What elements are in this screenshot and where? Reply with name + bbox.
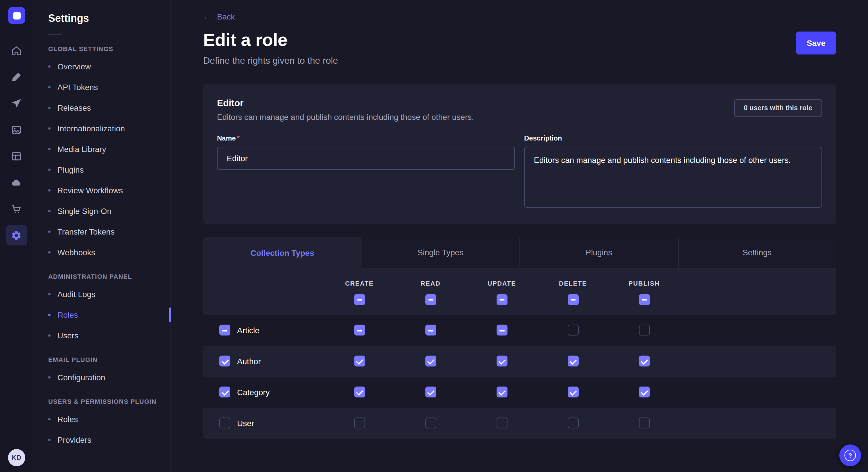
checkbox-article-read[interactable] [425,325,436,336]
section-label-administration-panel: ADMINISTRATION PANEL [48,273,157,280]
sidebar-item-single-sign-on[interactable]: Single Sign-On [48,201,157,222]
media-library-icon[interactable] [6,119,27,140]
sidebar-title: Settings [48,12,157,25]
sidebar-item-review-workflows[interactable]: Review Workflows [48,180,157,201]
permission-cell [324,325,395,336]
column-label: PUBLISH [628,279,660,286]
bullet-icon [48,189,51,192]
home-icon[interactable] [6,40,27,61]
sidebar-item-api-tokens[interactable]: API Tokens [48,77,157,98]
checkbox-user-delete[interactable] [567,417,578,429]
role-name-heading: Editor [217,98,822,108]
checkbox-author-update[interactable] [496,356,507,367]
checkbox-row-article[interactable] [219,325,230,336]
sidebar-divider [48,34,62,35]
checkbox-row-user[interactable] [219,417,230,429]
permission-cell [395,325,466,336]
header-spacer [203,279,324,305]
sidebar-item-label: Internationalization [57,124,125,133]
sidebar-sections: GLOBAL SETTINGSOverviewAPI TokensRelease… [48,45,157,450]
sidebar-item-users[interactable]: Users [48,325,157,346]
row-head: Category [203,386,324,398]
checkbox-article-publish[interactable] [639,325,650,336]
sidebar-item-label: Overview [57,62,91,71]
sidebar-item-label: Roles [57,310,78,319]
checkbox-author-delete[interactable] [567,356,578,367]
permission-cell [466,356,537,367]
description-label-text: Description [524,134,562,142]
checkbox-all-delete[interactable] [567,294,578,305]
settings-icon[interactable] [6,225,27,245]
checkbox-article-create[interactable] [354,325,365,336]
content-builder-icon[interactable] [6,67,27,87]
content-manager-icon[interactable] [6,146,27,166]
checkbox-all-read[interactable] [425,294,436,305]
tab-settings[interactable]: Settings [678,237,836,268]
section-label-global-settings: GLOBAL SETTINGS [48,45,157,52]
permissions-table-body: ArticleAuthorCategoryUser [203,314,836,438]
permission-cell [395,417,466,429]
checkbox-author-create[interactable] [354,356,365,367]
sidebar-item-internationalization[interactable]: Internationalization [48,118,157,139]
permission-cell [324,417,395,429]
checkbox-category-create[interactable] [354,386,365,398]
description-textarea[interactable]: Editors can manage and publish contents … [524,146,822,207]
checkbox-user-update[interactable] [496,417,507,429]
checkbox-row-author[interactable] [219,356,230,367]
sidebar-item-media-library[interactable]: Media Library [48,139,157,160]
strapi-logo[interactable] [8,7,25,24]
row-label: User [237,418,254,428]
name-input[interactable] [217,146,515,169]
bullet-icon [48,439,51,441]
sidebar-item-providers[interactable]: Providers [48,430,157,450]
sidebar-item-releases[interactable]: Releases [48,98,157,118]
bullet-icon [48,65,51,68]
checkbox-user-create[interactable] [354,417,365,429]
back-link[interactable]: ← Back [203,12,235,21]
checkbox-category-publish[interactable] [639,386,650,398]
permission-cell [537,386,609,398]
tab-single-types[interactable]: Single Types [361,237,520,268]
checkbox-all-create[interactable] [354,294,365,305]
sidebar-item-webhooks[interactable]: Webhooks [48,242,157,263]
marketplace-icon[interactable] [6,198,27,219]
help-button[interactable]: ? [839,444,861,466]
row-head: User [203,417,324,429]
nav-rail: KD [0,0,33,472]
sidebar-item-configuration[interactable]: Configuration [48,367,157,388]
avatar[interactable]: KD [8,449,25,466]
checkbox-category-read[interactable] [425,386,436,398]
users-with-role-badge[interactable]: 0 users with this role [734,99,822,117]
sidebar-item-audit-logs[interactable]: Audit Logs [48,284,157,305]
strapi-logo-mark [13,12,21,20]
sidebar-item-plugins[interactable]: Plugins [48,160,157,180]
checkbox-category-delete[interactable] [567,386,578,398]
tab-collection-types[interactable]: Collection Types [203,237,361,268]
sidebar-item-overview[interactable]: Overview [48,56,157,77]
checkbox-user-read[interactable] [425,417,436,429]
checkbox-author-publish[interactable] [639,356,650,367]
permissions-table-header: CREATEREADUPDATEDELETEPUBLISH [203,268,836,314]
checkbox-all-update[interactable] [496,294,507,305]
sidebar-item-label: Roles [57,415,78,424]
sidebar-list: RolesProviders [48,409,157,450]
sidebar-list: OverviewAPI TokensReleasesInternationali… [48,56,157,263]
sidebar-list: Configuration [48,367,157,388]
sidebar-item-roles[interactable]: Roles [48,305,157,325]
tab-plugins[interactable]: Plugins [520,237,678,268]
checkbox-article-update[interactable] [496,325,507,336]
releases-icon[interactable] [6,93,27,113]
sidebar-item-roles[interactable]: Roles [48,409,157,430]
checkbox-user-publish[interactable] [639,417,650,429]
save-button[interactable]: Save [797,31,836,54]
cloud-icon[interactable] [6,172,27,193]
checkbox-category-update[interactable] [496,386,507,398]
checkbox-author-read[interactable] [425,356,436,367]
checkbox-all-publish[interactable] [639,294,650,305]
checkbox-article-delete[interactable] [567,325,578,336]
sidebar-item-label: Single Sign-On [57,206,112,216]
name-label-text: Name [217,134,236,142]
permission-cell [537,417,609,429]
checkbox-row-category[interactable] [219,386,230,398]
sidebar-item-transfer-tokens[interactable]: Transfer Tokens [48,222,157,242]
